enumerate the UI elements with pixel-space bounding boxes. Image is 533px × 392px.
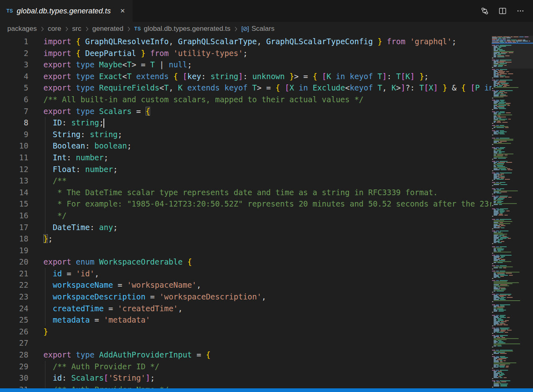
indent-guide [45, 187, 45, 198]
line-number[interactable]: 17 [0, 222, 28, 233]
code-line[interactable]: Float: number; [43, 164, 492, 175]
line-number[interactable]: 23 [0, 291, 28, 303]
line-number[interactable]: 27 [0, 337, 28, 349]
typescript-file-icon: TS [134, 26, 141, 32]
code-line[interactable]: id = 'id', [43, 268, 492, 280]
line-number[interactable]: 19 [0, 245, 28, 256]
indent-guide [45, 175, 45, 187]
code-line[interactable]: createdTime = 'createdTime', [43, 303, 492, 314]
code-line[interactable]: export type Maybe<T> = T | null; [43, 59, 492, 71]
text-cursor [103, 118, 104, 128]
code-line[interactable]: * The DateTime scalar type represents da… [43, 187, 492, 198]
line-number[interactable]: 21 [0, 268, 28, 280]
code-area[interactable]: import { GraphQLResolveInfo, GraphQLScal… [43, 36, 492, 392]
tab-bar: TS global.db.types.generated.ts ✕ [0, 0, 533, 22]
line-number[interactable]: 13 [0, 175, 28, 187]
code-line[interactable]: DateTime: any; [43, 222, 492, 233]
code-line[interactable]: * For example: "1985-04-12T23:20:50.52Z"… [43, 198, 492, 210]
code-line[interactable]: export type Scalars = { [43, 106, 492, 117]
line-number[interactable]: 5 [0, 82, 28, 94]
breadcrumb-item-core[interactable]: core [47, 25, 62, 33]
line-number[interactable]: 30 [0, 372, 28, 384]
indent-guide [45, 117, 45, 129]
indent-guide [45, 129, 45, 140]
code-line[interactable]: String: string; [43, 129, 492, 140]
line-number[interactable]: 11 [0, 152, 28, 164]
line-number[interactable]: 2 [0, 47, 28, 59]
line-number[interactable]: 7 [0, 106, 28, 117]
code-line[interactable]: Boolean: boolean; [43, 140, 492, 152]
code-line[interactable]: export type Exact<T extends { [key: stri… [43, 71, 492, 82]
symbol-type-icon: [⊘] [241, 25, 249, 32]
chevron-right-icon [127, 26, 131, 32]
breadcrumb-item-symbol[interactable]: [⊘] Scalars [241, 25, 275, 33]
chevron-right-icon [234, 26, 238, 32]
line-number[interactable]: 10 [0, 140, 28, 152]
code-line[interactable]: import { DeepPartial } from 'utility-typ… [43, 47, 492, 59]
line-number[interactable]: 1 [0, 36, 28, 47]
code-editor[interactable]: 1234567891011121314151617181920212223242… [0, 36, 492, 392]
line-number[interactable]: 25 [0, 314, 28, 326]
indent-guide [45, 152, 45, 164]
code-line[interactable]: export type RequireFields<T, K extends k… [43, 82, 492, 94]
code-line[interactable]: Int: number; [43, 152, 492, 164]
line-number[interactable]: 8 [0, 117, 28, 129]
code-line[interactable] [43, 337, 492, 349]
code-line[interactable]: /** All built-in and custom scalars, map… [43, 94, 492, 106]
open-changes-icon[interactable] [479, 5, 491, 17]
code-line[interactable]: workspaceDescription = 'workspaceDescrip… [43, 291, 492, 303]
code-line[interactable]: /** [43, 175, 492, 187]
line-number[interactable]: 20 [0, 256, 28, 268]
code-line[interactable]: } [43, 326, 492, 338]
code-line[interactable]: export enum WorkspaceOrderable { [43, 256, 492, 268]
breadcrumb: packages core src generated TS global.db… [0, 22, 533, 36]
code-line[interactable]: id: Scalars['String']; [43, 372, 492, 384]
code-line[interactable] [43, 245, 492, 256]
indent-guide [45, 361, 45, 373]
chevron-right-icon [41, 26, 44, 32]
code-line[interactable]: import { GraphQLResolveInfo, GraphQLScal… [43, 36, 492, 47]
line-number[interactable]: 12 [0, 164, 28, 175]
close-tab-icon[interactable]: ✕ [118, 6, 127, 15]
line-number[interactable]: 29 [0, 361, 28, 373]
breadcrumb-item-generated[interactable]: generated [92, 25, 125, 33]
code-line[interactable]: /** Auth Provider ID */ [43, 361, 492, 373]
line-number[interactable]: 6 [0, 94, 28, 106]
indent-guide [45, 164, 45, 175]
indent-guide [45, 198, 45, 210]
line-number[interactable]: 18 [0, 233, 28, 245]
indent-guide [45, 372, 45, 384]
line-number[interactable]: 15 [0, 198, 28, 210]
breadcrumb-item-packages[interactable]: packages [6, 25, 38, 33]
line-number[interactable]: 16 [0, 210, 28, 222]
tab-title: global.db.types.generated.ts [17, 7, 111, 15]
indent-guide [45, 279, 45, 291]
more-actions-icon[interactable] [514, 5, 527, 17]
line-number[interactable]: 28 [0, 349, 28, 361]
split-editor-icon[interactable] [496, 5, 509, 17]
line-number[interactable]: 26 [0, 326, 28, 338]
line-number[interactable]: 22 [0, 279, 28, 291]
code-line[interactable]: */ [43, 210, 492, 222]
tab-global-db-types[interactable]: TS global.db.types.generated.ts ✕ [0, 0, 133, 22]
line-number[interactable]: 14 [0, 187, 28, 198]
code-line[interactable]: export type AddAuthProviderInput = { [43, 349, 492, 361]
line-number[interactable]: 24 [0, 303, 28, 314]
line-number[interactable]: 4 [0, 71, 28, 82]
code-line[interactable]: metadata = 'metadata' [43, 314, 492, 326]
indent-guide [45, 291, 45, 303]
indent-guide [45, 314, 45, 326]
breadcrumb-item-file[interactable]: TS global.db.types.generated.ts [133, 25, 231, 33]
typescript-file-icon: TS [6, 8, 13, 14]
line-number[interactable]: 3 [0, 59, 28, 71]
breadcrumb-file-label: global.db.types.generated.ts [144, 25, 230, 33]
code-line[interactable]: }; [43, 233, 492, 245]
minimap-canvas[interactable] [492, 36, 533, 388]
code-line[interactable]: workspaceName = 'workspaceName', [43, 279, 492, 291]
editor-actions [479, 0, 533, 22]
code-line[interactable]: ID: string; [43, 117, 492, 129]
indent-guide [45, 140, 45, 152]
minimap[interactable] [492, 36, 533, 388]
breadcrumb-item-src[interactable]: src [71, 25, 82, 33]
line-number[interactable]: 9 [0, 129, 28, 140]
